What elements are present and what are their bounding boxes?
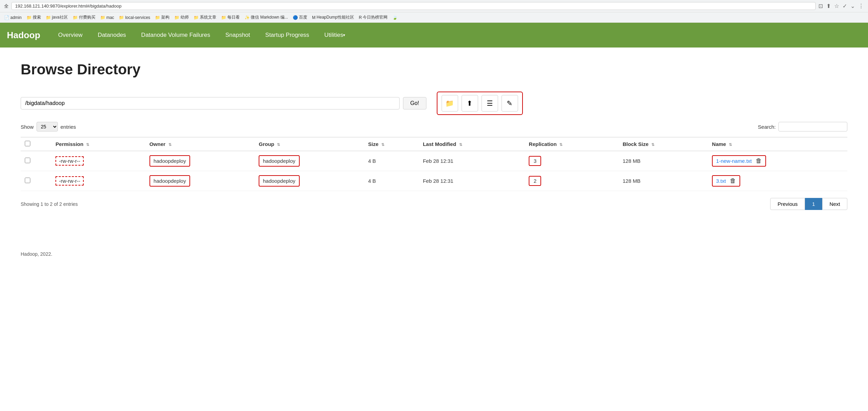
row1-delete-button[interactable]: 🗑 <box>756 157 762 165</box>
row2-owner: hadoopdeploy <box>149 175 190 187</box>
nav-snapshot[interactable]: Snapshot <box>218 23 258 48</box>
bookmark-wechat[interactable]: ✨ 微信 Markdown 编... <box>243 14 289 21</box>
bookmark-admin-label: admin <box>10 15 22 20</box>
bookmark-daily[interactable]: 📁 每日看 <box>220 14 241 21</box>
row1-filename[interactable]: 1-new-name.txt <box>716 158 752 164</box>
path-row: Go! 📁 ⬆ ☰ ✎ <box>21 92 847 115</box>
nav-startup[interactable]: Startup Progress <box>258 23 317 48</box>
row1-modified: Feb 28 12:31 <box>423 158 453 164</box>
nav-datanode-volume[interactable]: Datanode Volume Failures <box>134 23 218 48</box>
row1-replication-cell: 3 <box>525 151 618 171</box>
go-button[interactable]: Go! <box>403 97 426 109</box>
name-label: Name <box>712 141 726 147</box>
nav-links: Overview Datanodes Datanode Volume Failu… <box>51 23 353 48</box>
row2-checkbox[interactable] <box>25 178 30 183</box>
bookmark-admin[interactable]: 📄 admin <box>3 14 23 21</box>
share-icon[interactable]: ⬆ <box>826 3 831 9</box>
list-button[interactable]: ☰ <box>482 95 498 112</box>
owner-label: Owner <box>149 141 166 147</box>
star-icon[interactable]: ☆ <box>834 3 839 9</box>
bookmark-folder3-icon: 📁 <box>73 15 78 20</box>
bookmark-more[interactable]: 🍃 <box>391 14 399 21</box>
bookmark-pay[interactable]: 📁 付费购买 <box>71 14 97 21</box>
bookmark-sysarticle[interactable]: 📁 系统文章 <box>192 14 218 21</box>
data-table: Permission ⇅ Owner ⇅ Group ⇅ Size ⇅ Last… <box>21 137 847 191</box>
search-input[interactable] <box>778 122 847 131</box>
row2-filename[interactable]: 3.txt <box>716 178 726 184</box>
row1-modified-cell: Feb 28 12:31 <box>419 151 525 171</box>
rename-button[interactable]: ✎ <box>502 95 518 112</box>
bookmark-arch[interactable]: 📁 架构 <box>154 14 171 21</box>
pagination-buttons: Previous 1 Next <box>770 198 847 210</box>
bookmark-mac-label: mac <box>106 15 114 20</box>
bookmark-search[interactable]: 📁 搜索 <box>25 14 42 21</box>
upload-button[interactable]: ⬆ <box>462 95 478 112</box>
navbar-brand[interactable]: Hadoop <box>7 30 40 41</box>
row1-group-cell: hadoopdeploy <box>255 151 364 171</box>
block-size-header[interactable]: Block Size ⇅ <box>619 137 708 151</box>
previous-button[interactable]: Previous <box>770 198 805 210</box>
bookmark-heapdump[interactable]: M HeapDump性能社区 <box>311 14 355 21</box>
action-icons-box: 📁 ⬆ ☰ ✎ <box>437 92 523 115</box>
bookmark-java[interactable]: 📁 java社区 <box>44 14 69 21</box>
bookmark-folder4-icon: 📁 <box>100 15 105 20</box>
row1-blocksize-cell: 128 MB <box>619 151 708 171</box>
size-header[interactable]: Size ⇅ <box>364 137 419 151</box>
replication-header[interactable]: Replication ⇅ <box>525 137 618 151</box>
block-size-label: Block Size <box>623 141 649 147</box>
bookmark-localservices-label: local-services <box>125 15 150 20</box>
group-sort-icon: ⇅ <box>277 143 280 147</box>
row1-owner-cell: hadoopdeploy <box>145 151 255 171</box>
last-modified-header[interactable]: Last Modified ⇅ <box>419 137 525 151</box>
replication-sort-icon: ⇅ <box>559 143 562 147</box>
owner-header[interactable]: Owner ⇅ <box>145 137 255 151</box>
page-1-button[interactable]: 1 <box>805 198 822 210</box>
permission-header[interactable]: Permission ⇅ <box>51 137 145 151</box>
last-modified-label: Last Modified <box>423 141 456 147</box>
row2-delete-button[interactable]: 🗑 <box>730 177 736 185</box>
bookmark-folder8-icon: 📁 <box>194 15 199 20</box>
browser-chrome: 全 192.168.121.140:9870/explorer.html#/bi… <box>0 0 868 12</box>
bookmark-hot[interactable]: R 今日热榜官网 <box>358 14 389 21</box>
row2-permission: -rw-rw-r-- <box>55 176 84 186</box>
menu-icon[interactable]: ⋮ <box>858 3 864 9</box>
table-controls: Show 10 25 50 100 entries Search: <box>21 122 847 131</box>
bookmark-teacher[interactable]: 📁 幼师 <box>173 14 190 21</box>
row1-size-cell: 4 B <box>364 151 419 171</box>
create-folder-button[interactable]: 📁 <box>442 95 458 112</box>
url-bar: 192.168.121.140:9870/explorer.html#/bigd… <box>11 2 816 10</box>
row1-replication: 3 <box>529 156 541 166</box>
bookmark-wechat-label: 微信 Markdown 编... <box>251 14 288 20</box>
bookmark-more-icon: 🍃 <box>392 15 397 20</box>
bookmark-mac[interactable]: 📁 mac <box>99 14 116 21</box>
bookmark-baidu-label: 百度 <box>299 14 307 20</box>
entries-select[interactable]: 10 25 50 100 <box>37 122 58 131</box>
translate-icon[interactable]: ⊡ <box>818 3 823 9</box>
next-button[interactable]: Next <box>822 198 847 210</box>
showing-text: Showing 1 to 2 of 2 entries <box>21 201 78 207</box>
bookmark-localservices[interactable]: 📁 local-services <box>117 14 152 21</box>
row1-name-box: 1-new-name.txt 🗑 <box>712 155 766 167</box>
bookmark-baidu[interactable]: 🔵 百度 <box>291 14 309 21</box>
replication-label: Replication <box>529 141 557 147</box>
select-all-checkbox[interactable] <box>25 141 30 146</box>
upload-icon: ⬆ <box>467 99 473 107</box>
name-header[interactable]: Name ⇅ <box>708 137 847 151</box>
browser-icons: ⊡ ⬆ ☆ ✓ ⌄ ⋮ <box>818 3 864 9</box>
folder-icon: 📁 <box>445 99 454 107</box>
row2-permission-cell: -rw-rw-r-- <box>51 171 145 191</box>
show-label: Show <box>21 124 34 130</box>
list-icon: ☰ <box>487 99 493 107</box>
table-row: -rw-rw-r-- hadoopdeploy hadoopdeploy 4 B… <box>21 171 847 191</box>
dropdown-icon[interactable]: ⌄ <box>850 3 855 9</box>
row2-modified-cell: Feb 28 12:31 <box>419 171 525 191</box>
row1-checkbox[interactable] <box>25 158 30 163</box>
bookmark-pay-label: 付费购买 <box>79 14 95 20</box>
nav-utilities[interactable]: Utilities <box>317 23 353 48</box>
nav-overview[interactable]: Overview <box>51 23 90 48</box>
profile-icon[interactable]: ✓ <box>843 3 847 9</box>
bookmark-folder6-icon: 📁 <box>155 15 160 20</box>
group-header[interactable]: Group ⇅ <box>255 137 364 151</box>
path-input[interactable] <box>21 97 400 109</box>
nav-datanodes[interactable]: Datanodes <box>90 23 134 48</box>
